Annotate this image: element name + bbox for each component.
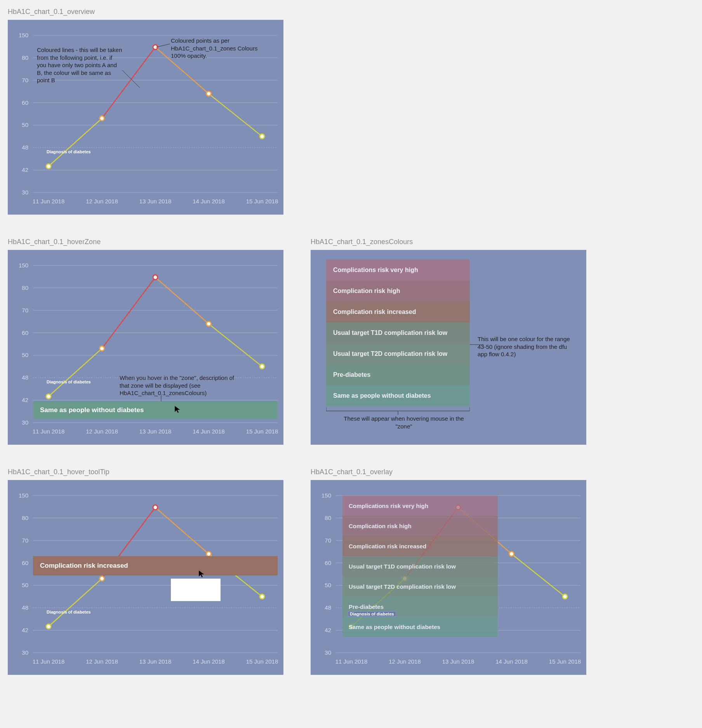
annotation-zones-bottom: These will appear when hovering mouse in… [338, 415, 470, 430]
overlay-band: Same as people without diabetes [342, 617, 498, 637]
svg-text:80: 80 [22, 54, 28, 61]
svg-point-93 [260, 594, 264, 599]
svg-text:30: 30 [325, 649, 331, 656]
panel-hoverzone: HbA1C_chart_0.1_hoverZone 30424850607080… [8, 238, 283, 445]
svg-text:60: 60 [325, 560, 331, 566]
svg-text:11 Jun 2018: 11 Jun 2018 [33, 198, 65, 205]
zone-band[interactable]: Usual target T2D complication risk low [326, 343, 470, 364]
svg-text:14 Jun 2018: 14 Jun 2018 [495, 658, 528, 665]
svg-line-24 [209, 94, 262, 136]
svg-text:12 Jun 2018: 12 Jun 2018 [389, 658, 421, 665]
svg-text:50: 50 [22, 121, 28, 128]
panel-tooltip: HbA1C_chart_0.1_hover_toolTip 3042485060… [8, 468, 283, 675]
svg-text:12 Jun 2018: 12 Jun 2018 [86, 198, 118, 205]
svg-point-57 [46, 394, 51, 399]
panel-title-zonescolours: HbA1C_chart_0.1_zonesColours [311, 238, 586, 246]
panel-title-overlay: HbA1C_chart_0.1_overlay [311, 468, 586, 476]
chart-svg-tooltip: 3042485060708015011 Jun 201812 Jun 20181… [8, 480, 283, 675]
panel-title-hoverzone: HbA1C_chart_0.1_hoverZone [8, 238, 283, 246]
svg-text:13 Jun 2018: 13 Jun 2018 [139, 658, 172, 665]
svg-point-123 [563, 594, 567, 599]
svg-line-55 [155, 277, 209, 324]
hover-zone-band[interactable]: Same as people without diabetes [33, 401, 278, 419]
svg-text:13 Jun 2018: 13 Jun 2018 [442, 658, 474, 665]
svg-text:70: 70 [22, 77, 28, 83]
svg-text:42: 42 [22, 397, 28, 403]
cursor-icon [198, 570, 207, 578]
svg-point-59 [153, 275, 158, 280]
svg-text:42: 42 [22, 627, 28, 633]
svg-line-56 [209, 324, 262, 366]
chart-overlay: 3042485060708015011 Jun 201812 Jun 20181… [311, 480, 586, 675]
tooltip-box [171, 579, 221, 601]
svg-text:50: 50 [325, 582, 331, 588]
svg-point-25 [46, 164, 51, 169]
svg-point-60 [207, 321, 211, 326]
diagnosis-label: Diagnosis of diabetes [47, 610, 91, 614]
svg-text:150: 150 [321, 492, 331, 499]
overlay-band: Usual target T1D complication risk low [342, 556, 498, 576]
svg-text:15 Jun 2018: 15 Jun 2018 [246, 198, 278, 205]
svg-text:48: 48 [22, 144, 28, 151]
svg-point-91 [153, 505, 158, 510]
chart-hoverzone: 3042485060708015011 Jun 201812 Jun 20181… [8, 250, 283, 445]
svg-text:30: 30 [22, 649, 28, 656]
annotation-hoverzone: When you hover in the "zone", descriptio… [120, 374, 244, 397]
svg-text:11 Jun 2018: 11 Jun 2018 [335, 658, 368, 665]
svg-text:42: 42 [325, 627, 331, 633]
svg-text:70: 70 [22, 537, 28, 544]
svg-point-29 [260, 134, 264, 139]
svg-text:80: 80 [22, 284, 28, 291]
svg-text:80: 80 [22, 515, 28, 521]
tooltip-zone-band[interactable]: Complication risk increased [33, 556, 278, 575]
svg-text:70: 70 [325, 537, 331, 544]
svg-point-89 [46, 624, 51, 629]
zone-band[interactable]: Pre-diabetes [326, 364, 470, 385]
zone-band[interactable]: Same as people without diabetes [326, 385, 470, 406]
chart-zonescolours: Complications risk very highComplication… [311, 250, 586, 445]
svg-text:30: 30 [22, 419, 28, 426]
zone-band[interactable]: Complication risk high [326, 281, 470, 302]
svg-point-27 [153, 45, 158, 50]
panel-title-overview: HbA1C_chart_0.1_overview [8, 8, 283, 16]
svg-text:11 Jun 2018: 11 Jun 2018 [33, 658, 65, 665]
svg-text:70: 70 [22, 307, 28, 314]
svg-line-53 [49, 348, 102, 396]
svg-line-21 [49, 118, 102, 166]
svg-text:14 Jun 2018: 14 Jun 2018 [193, 198, 225, 205]
overlay-band: Complications risk very high [342, 496, 498, 516]
tooltip-zone-label: Complication risk increased [40, 562, 128, 570]
svg-point-28 [207, 91, 211, 96]
zone-band[interactable]: Usual target T1D complication risk low [326, 322, 470, 343]
svg-text:150: 150 [19, 32, 28, 38]
svg-point-26 [100, 116, 104, 121]
svg-text:48: 48 [325, 604, 331, 611]
zone-band[interactable]: Complication risk increased [326, 302, 470, 322]
svg-text:50: 50 [22, 352, 28, 358]
diagnosis-label: Diagnosis of diabetes [348, 611, 396, 617]
svg-text:50: 50 [22, 582, 28, 588]
svg-text:48: 48 [22, 604, 28, 611]
overlay-band: Complication risk increased [342, 536, 498, 556]
svg-text:11 Jun 2018: 11 Jun 2018 [33, 428, 65, 435]
zone-stack: Complications risk very highComplication… [326, 260, 470, 406]
zone-band[interactable]: Complications risk very high [326, 260, 470, 281]
chart-overview: 3042485060708015011 Jun 201812 Jun 20181… [8, 20, 283, 215]
svg-line-31 [156, 44, 170, 47]
panel-title-tooltip: HbA1C_chart_0.1_hover_toolTip [8, 468, 283, 476]
svg-text:14 Jun 2018: 14 Jun 2018 [193, 658, 225, 665]
annotation-zones-right: This will be one colour for the range 43… [478, 335, 575, 358]
annotation-points: Coloured points as per HbA1C_chart_0.1_z… [171, 37, 264, 60]
svg-text:60: 60 [22, 329, 28, 336]
svg-point-58 [100, 346, 104, 351]
cursor-icon [174, 405, 182, 414]
svg-text:13 Jun 2018: 13 Jun 2018 [139, 198, 172, 205]
svg-text:13 Jun 2018: 13 Jun 2018 [139, 428, 172, 435]
svg-text:150: 150 [19, 492, 28, 499]
svg-text:12 Jun 2018: 12 Jun 2018 [86, 658, 118, 665]
diagnosis-label: Diagnosis of diabetes [47, 380, 91, 384]
svg-point-92 [207, 551, 211, 556]
overlay-band: Complication risk high [342, 516, 498, 536]
svg-text:30: 30 [22, 189, 28, 196]
svg-text:15 Jun 2018: 15 Jun 2018 [549, 658, 581, 665]
